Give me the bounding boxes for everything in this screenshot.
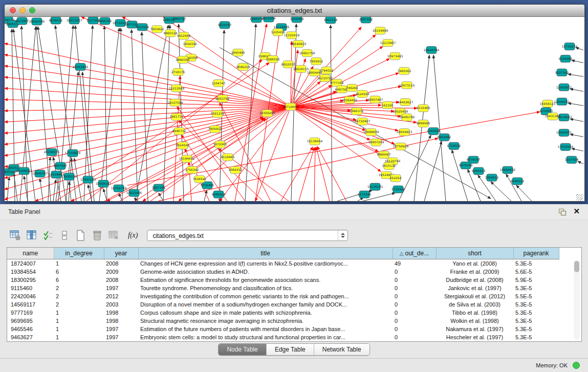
graph-node[interactable]: 8596712 bbox=[172, 127, 186, 135]
table-cell[interactable]: Changes of HCN gene expression and I(f) … bbox=[138, 259, 393, 268]
graph-node[interactable]: 1104747 bbox=[212, 80, 226, 87]
table-cell[interactable]: 1 bbox=[54, 309, 104, 317]
graph-node[interactable]: 5912954 bbox=[177, 32, 191, 39]
table-cell[interactable]: 1998 bbox=[104, 309, 138, 317]
graph-node[interactable]: 7986372 bbox=[350, 108, 364, 115]
graph-node[interactable]: 2718176 bbox=[171, 69, 185, 76]
graph-node[interactable]: 1588520 bbox=[266, 56, 280, 63]
graph-node[interactable]: 9046218 bbox=[236, 63, 250, 71]
graph-node[interactable]: 1672901 bbox=[213, 141, 227, 148]
graph-node[interactable]: 11568693 bbox=[16, 167, 32, 174]
table-row[interactable]: 911546021997Tourette syndrome. Phenomeno… bbox=[7, 284, 559, 292]
graph-node[interactable]: 13505135 bbox=[61, 173, 77, 180]
table-cell[interactable]: 9465546 bbox=[7, 325, 54, 333]
table-cell[interactable]: 2008 bbox=[104, 259, 138, 268]
table-cell[interactable]: Jankovic et al. (1997) bbox=[436, 284, 513, 292]
column-header-pagerank[interactable]: pagerank bbox=[513, 248, 559, 259]
graph-node[interactable]: 17359924 bbox=[65, 149, 81, 157]
graph-node[interactable]: 17957223 bbox=[80, 176, 96, 183]
table-cell[interactable]: 9115460 bbox=[7, 284, 54, 292]
table-cell[interactable]: 18724007 bbox=[7, 259, 54, 268]
table-cell[interactable]: 1997 bbox=[104, 333, 138, 341]
graph-node[interactable]: 7634541 bbox=[193, 176, 207, 183]
graph-node[interactable]: 162160 bbox=[382, 102, 394, 109]
graph-node[interactable]: 9053792 bbox=[216, 95, 230, 102]
graph-node[interactable]: 10807487 bbox=[367, 96, 383, 103]
graph-node[interactable]: 1273346 bbox=[358, 191, 372, 198]
graph-node[interactable]: 16194432 bbox=[179, 155, 195, 162]
graph-node[interactable]: 20691406 bbox=[29, 18, 45, 25]
window-resize-grip[interactable] bbox=[576, 194, 583, 201]
table-cell[interactable]: 1997 bbox=[104, 284, 138, 292]
graph-node[interactable]: 1862124 bbox=[324, 17, 338, 24]
graph-node[interactable]: 20206576 bbox=[44, 148, 60, 156]
table-cell[interactable]: 5.3E-5 bbox=[513, 317, 559, 325]
table-cell[interactable]: 5.6E-5 bbox=[513, 268, 559, 276]
table-row[interactable]: 2242004622012Investigating the contribut… bbox=[7, 292, 559, 300]
table-cell[interactable]: 19384554 bbox=[7, 268, 54, 276]
graph-node[interactable]: 3857791 bbox=[152, 184, 166, 191]
table-cell[interactable]: Investigating the contribution of common… bbox=[138, 292, 393, 300]
column-header-in-degree[interactable]: in_degree bbox=[54, 248, 104, 259]
table-select-dropdown[interactable]: citations_edges.txt bbox=[147, 230, 348, 241]
table-cell[interactable]: 5.3E-5 bbox=[513, 309, 559, 317]
graph-node[interactable]: 9619797 bbox=[218, 21, 232, 29]
graph-node[interactable]: 15807249 bbox=[368, 139, 384, 146]
column-header-short[interactable]: short bbox=[436, 248, 513, 259]
table-cell[interactable]: Tourette syndrome. Phenomenology and cla… bbox=[138, 284, 393, 292]
table-cell[interactable]: Wolkin et al. (1998) bbox=[436, 317, 513, 325]
table-cell[interactable]: 9777169 bbox=[7, 309, 54, 317]
table-cell[interactable]: Corpus callosum shape and size in male p… bbox=[138, 309, 393, 317]
table-cell[interactable]: 49 bbox=[393, 259, 436, 268]
table-cell[interactable]: 1997 bbox=[104, 325, 138, 333]
table-row[interactable]: 1830029562008Estimation of significance … bbox=[7, 276, 559, 284]
column-header-name[interactable]: name bbox=[7, 248, 54, 259]
graph-node[interactable]: 9097587 bbox=[54, 162, 68, 169]
table-cell[interactable]: 2008 bbox=[104, 276, 138, 284]
close-panel-icon[interactable]: ✕ bbox=[573, 207, 580, 216]
graph-node[interactable]: 16640910 bbox=[291, 40, 307, 48]
table-cell[interactable]: 9699695 bbox=[7, 317, 54, 325]
graph-node[interactable]: 12213589 bbox=[169, 85, 185, 92]
graph-node[interactable]: 15138454 bbox=[307, 138, 323, 145]
graph-node[interactable]: 9777169 bbox=[330, 79, 344, 86]
graph-node[interactable]: 1861731 bbox=[170, 113, 184, 120]
graph-node[interactable]: 10973493 bbox=[387, 53, 403, 60]
table-cell[interactable]: Disruption of a novel member of a sodium… bbox=[138, 300, 393, 309]
graph-node[interactable]: 8813054 bbox=[262, 17, 276, 22]
table-cell[interactable]: 5.3E-5 bbox=[513, 333, 559, 341]
table-vertical-scrollbar[interactable] bbox=[574, 260, 580, 340]
graph-node[interactable]: 746266 bbox=[346, 84, 358, 92]
graph-node[interactable]: 8860124 bbox=[164, 30, 178, 37]
graph-node[interactable]: 9899695 bbox=[417, 120, 430, 127]
table-cell[interactable]: 0 bbox=[393, 317, 436, 325]
graph-node[interactable]: 2687682 bbox=[359, 17, 373, 23]
function-builder-button[interactable]: f(x) bbox=[128, 231, 138, 239]
graph-node[interactable]: 7663822 bbox=[150, 26, 164, 33]
table-cell[interactable]: Estimation of significance thresholds fo… bbox=[138, 276, 393, 284]
table-row[interactable]: 1456911722003Disruption of a novel membe… bbox=[7, 300, 559, 309]
table-cell[interactable]: 1 bbox=[54, 317, 104, 325]
graph-node[interactable]: 1845490 bbox=[231, 49, 245, 56]
table-cell[interactable]: 18300295 bbox=[7, 276, 54, 284]
graph-node[interactable]: 12093872 bbox=[556, 84, 572, 91]
graph-node[interactable]: 1756342 bbox=[185, 166, 199, 173]
table-cell[interactable]: 14569117 bbox=[7, 300, 54, 309]
graph-node[interactable]: 10653257 bbox=[67, 17, 82, 24]
create-column-button[interactable] bbox=[75, 229, 87, 242]
network-canvas[interactable]: 1954119240557220139672069140686395321065… bbox=[5, 17, 583, 201]
graph-node[interactable]: 7485063 bbox=[398, 68, 411, 75]
graph-node[interactable]: 16648784 bbox=[424, 47, 440, 54]
graph-node[interactable]: 16154808 bbox=[373, 27, 388, 34]
graph-node[interactable]: 14463627 bbox=[398, 99, 413, 106]
table-cell[interactable]: 1 bbox=[54, 333, 104, 341]
table-cell[interactable]: Embryonic stem cells: a model to study s… bbox=[138, 333, 393, 341]
table-cell[interactable]: Yano et al. (2008) bbox=[436, 259, 513, 268]
graph-node[interactable]: 19495796 bbox=[399, 114, 415, 121]
graph-node[interactable]: 11325419 bbox=[284, 32, 300, 39]
graph-node[interactable]: 1883727 bbox=[172, 17, 186, 23]
graph-node[interactable]: 15692971 bbox=[556, 129, 572, 136]
table-cell[interactable]: 5.9E-5 bbox=[513, 276, 559, 284]
graph-node[interactable]: 10964432 bbox=[500, 166, 516, 173]
graph-node[interactable]: 7624541 bbox=[176, 142, 190, 149]
